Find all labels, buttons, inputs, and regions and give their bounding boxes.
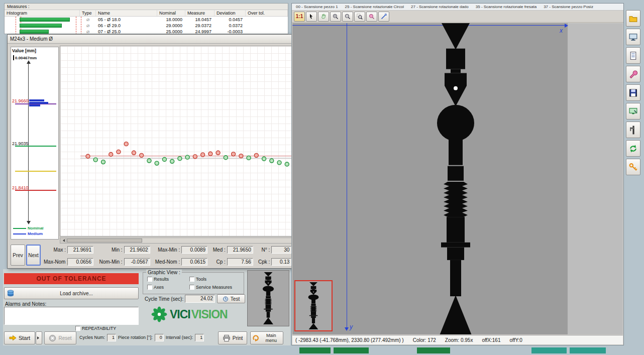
start-arrow-icon bbox=[9, 335, 17, 341]
checkbox-icon[interactable] bbox=[147, 277, 152, 282]
taskbar-fragment[interactable] bbox=[299, 347, 331, 353]
histogram-bar bbox=[20, 30, 49, 34]
diameter-icon: Ø bbox=[80, 30, 96, 34]
key-button[interactable] bbox=[626, 159, 640, 175]
checkbox-service-measures[interactable]: Service Measures bbox=[189, 285, 232, 290]
scrollbar-thumb[interactable] bbox=[67, 239, 142, 243]
checkbox-icon[interactable] bbox=[189, 285, 194, 290]
tools-button[interactable] bbox=[626, 66, 640, 82]
stat-nom-min: Nom-Min :-0.0567 bbox=[94, 258, 150, 266]
measure-row[interactable]: Ø 07 - Ø 25.0 25.0000 24.9997 -0.0003 bbox=[5, 29, 288, 34]
checkbox-axes[interactable]: Axes bbox=[147, 285, 164, 290]
caliper-button[interactable] bbox=[626, 122, 640, 138]
measure-point bbox=[86, 154, 90, 158]
stopwatch-icon bbox=[223, 296, 229, 302]
checkbox-tools[interactable]: Tools bbox=[189, 277, 206, 282]
value-axis-panel: Value [mm] 0.00467mm 21.9660 21.9035 21.… bbox=[11, 47, 59, 240]
measure-row[interactable]: Ø 06 - Ø 29.0 29.0000 29.0372 0.0372 bbox=[5, 23, 288, 29]
pan-hand-button[interactable] bbox=[318, 12, 329, 22]
checkbox-icon[interactable] bbox=[75, 326, 80, 331]
stat-n: N° :30 bbox=[254, 246, 291, 254]
scan-tab-strip: 00 - Scansione pezzo 1 25 - Scansione ro… bbox=[292, 4, 623, 11]
viewer-tab[interactable]: 27 - Scansione rotazionale dado bbox=[411, 5, 469, 9]
measure-point bbox=[124, 142, 128, 146]
col-overtol[interactable]: Over tol. bbox=[246, 10, 288, 16]
main-menu-button[interactable]: Main menu bbox=[250, 331, 283, 344]
diameter-icon: Ø bbox=[80, 18, 96, 22]
viewer-tab[interactable]: 25 - Scansione rotazionale Circol bbox=[345, 5, 404, 9]
deviation-value: 0.0457 bbox=[214, 17, 246, 22]
status-zoom: Zoom: 0.95x bbox=[445, 337, 473, 343]
start-options-button[interactable] bbox=[36, 331, 42, 344]
refresh-button[interactable] bbox=[626, 140, 640, 157]
measure-point bbox=[285, 162, 289, 166]
stat-value: 21.9650 bbox=[227, 246, 253, 254]
cursor-button[interactable] bbox=[306, 12, 317, 22]
status-offy: offY:0 bbox=[509, 337, 522, 343]
right-toolbar bbox=[626, 10, 641, 175]
checkbox-results[interactable]: Results bbox=[147, 277, 169, 282]
viewer-tab[interactable]: 37 - Scansione pezzo Posiz bbox=[544, 5, 593, 9]
viewer-tab[interactable]: 35 - Scansione rotazionale fresata bbox=[476, 5, 536, 9]
col-name[interactable]: Name bbox=[96, 10, 157, 16]
open-archive-button[interactable] bbox=[626, 10, 640, 27]
checkbox-icon[interactable] bbox=[147, 285, 152, 290]
measure-row[interactable]: Ø 05 - Ø 18.0 18.0000 18.0457 0.0457 bbox=[5, 17, 288, 23]
zoom-in-button[interactable] bbox=[330, 12, 341, 22]
axis-tick-label: 21.8410 bbox=[12, 185, 29, 190]
test-button[interactable]: Test bbox=[217, 294, 245, 303]
zoom-out-icon bbox=[345, 13, 351, 20]
viewer-tab[interactable]: 00 - Scansione pezzo 1 bbox=[296, 5, 338, 9]
print-button[interactable]: Print bbox=[218, 331, 247, 344]
stat-med-nom: Med-Nom :0.0615 bbox=[151, 258, 207, 266]
col-histogram[interactable]: Histogram bbox=[5, 10, 80, 16]
taskbar-fragment[interactable] bbox=[531, 347, 567, 353]
scan-canvas[interactable]: x y bbox=[292, 23, 623, 334]
zoom-out-button[interactable] bbox=[342, 12, 353, 22]
load-archive-button[interactable]: Load archive... bbox=[4, 287, 139, 299]
one-to-one-button[interactable]: 1:1 bbox=[294, 12, 305, 22]
piece-rotation-input[interactable]: 0 bbox=[155, 334, 164, 341]
part-preview-thumbnail[interactable] bbox=[247, 270, 289, 326]
cycles-num-label: Cycles Num: bbox=[79, 335, 105, 340]
measure-value: 18.0457 bbox=[185, 17, 214, 22]
col-measure[interactable]: Measure bbox=[185, 10, 214, 16]
screen-config-button[interactable] bbox=[626, 103, 640, 120]
interval-input[interactable]: 1 bbox=[195, 334, 204, 341]
part-overview-thumbnail[interactable] bbox=[294, 280, 333, 331]
cycles-num-input[interactable]: 1 bbox=[107, 334, 116, 341]
checkbox-icon[interactable] bbox=[189, 277, 194, 282]
taskbar-fragment[interactable] bbox=[570, 347, 606, 353]
y-axis-label: y bbox=[350, 323, 353, 330]
taskbar-fragment[interactable] bbox=[417, 347, 450, 353]
measures-table-header: Histogram Type Name Nominal Measure Devi… bbox=[5, 10, 288, 17]
axis-tick-label: 21.9035 bbox=[12, 141, 29, 146]
measures-panel-title: Measures : bbox=[5, 4, 288, 10]
status-coordinates: ( -2983.43 (-41.768mm), 2330.80 (277.492… bbox=[295, 337, 404, 343]
zoom-window-button[interactable] bbox=[354, 12, 365, 22]
repeatability-checkbox[interactable]: REPEATABILITY bbox=[75, 326, 116, 331]
scroll-left-icon[interactable] bbox=[60, 238, 66, 243]
measure-point bbox=[247, 156, 251, 160]
col-type[interactable]: Type bbox=[80, 10, 96, 16]
next-button[interactable]: Next bbox=[26, 245, 41, 266]
prev-button[interactable]: Prev bbox=[11, 245, 25, 266]
save-button[interactable] bbox=[626, 84, 640, 101]
col-deviation[interactable]: Deviation bbox=[214, 10, 246, 16]
chevron-right-icon bbox=[37, 336, 41, 339]
start-button[interactable]: Start bbox=[4, 331, 35, 344]
alarms-notes-input[interactable] bbox=[4, 307, 139, 325]
reset-button[interactable]: Reset bbox=[44, 331, 76, 344]
status-offx: offX:161 bbox=[482, 337, 500, 343]
report-button[interactable] bbox=[626, 47, 640, 64]
display-button[interactable] bbox=[626, 29, 640, 45]
col-nominal[interactable]: Nominal bbox=[157, 10, 185, 16]
measure-point bbox=[162, 158, 166, 162]
out-of-tolerance-banner: OUT OF TOLERANCE bbox=[4, 273, 139, 284]
measure-line-button[interactable] bbox=[378, 12, 389, 22]
measure-name: 06 - Ø 29.0 bbox=[96, 23, 157, 28]
part-silhouette-thumb bbox=[259, 272, 277, 324]
zoom-dynamic-button[interactable] bbox=[366, 12, 377, 22]
taskbar-fragment[interactable] bbox=[334, 347, 369, 353]
main-menu-label: Main menu bbox=[262, 333, 281, 343]
